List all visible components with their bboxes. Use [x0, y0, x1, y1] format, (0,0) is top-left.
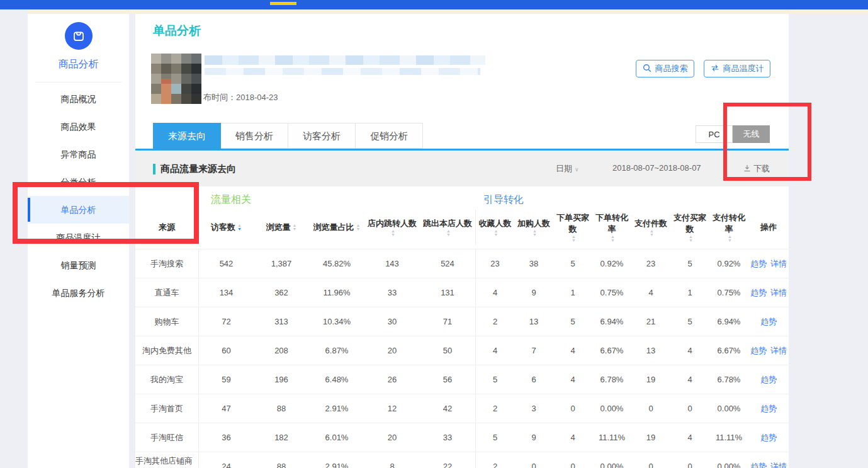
sidebar-item-6[interactable]: 销量预测 — [28, 251, 129, 279]
row-value: 71 — [420, 307, 475, 336]
column-header-5[interactable]: 收藏人数▲▼ — [475, 210, 514, 245]
action-link-1[interactable]: 详情 — [770, 461, 787, 468]
row-value: 0 — [631, 452, 670, 468]
sort-arrows-icon[interactable]: ▲▼ — [494, 229, 499, 237]
column-header-2[interactable]: 浏览量占比▲▼ — [309, 210, 364, 245]
action-link-0[interactable]: 趋势 — [750, 287, 767, 299]
tab-1[interactable]: 销售分析 — [221, 123, 288, 149]
sort-arrows-icon[interactable]: ▲▼ — [293, 224, 297, 231]
sort-arrows-icon[interactable]: ▲▼ — [728, 235, 732, 243]
row-value: 2 — [475, 307, 514, 336]
row-value: 42 — [420, 394, 475, 423]
row-actions: 趋势详情 — [748, 336, 789, 365]
toggle-pc[interactable]: PC — [696, 125, 733, 143]
row-value: 182 — [254, 423, 309, 452]
product-thermometer-button[interactable]: 商品温度计 — [704, 60, 770, 77]
row-value: 36 — [198, 423, 254, 452]
action-link-1[interactable]: 详情 — [770, 345, 787, 357]
row-value: 10.34% — [309, 307, 364, 336]
sort-arrows-icon[interactable]: ▲▼ — [391, 229, 395, 237]
date-range-value[interactable]: 2018-08-07~2018-08-07 — [612, 163, 701, 173]
row-value: 6.01% — [309, 423, 364, 452]
top-navigation-bar — [0, 0, 868, 9]
sidebar-item-2[interactable]: 异常商品 — [28, 140, 129, 168]
sidebar-menu: 商品概况商品效果异常商品分类分析单品分析商品温度计销量预测单品服务分析 — [28, 85, 129, 307]
row-value: 59 — [198, 365, 254, 394]
download-label: 下载 — [753, 163, 770, 174]
column-header-11[interactable]: 支付转化率▲▼ — [709, 210, 748, 245]
action-link-0[interactable]: 趋势 — [750, 461, 767, 468]
column-header-3[interactable]: 店内跳转人数▲▼ — [364, 210, 420, 245]
column-label: 浏览量 — [266, 222, 291, 233]
column-header-8[interactable]: 下单转化率▲▼ — [592, 210, 631, 245]
sort-arrows-icon[interactable]: ▲▼ — [533, 229, 537, 237]
date-dropdown[interactable]: 日期∨ — [556, 163, 579, 174]
row-value: 4 — [553, 423, 592, 452]
action-link-0[interactable]: 趋势 — [750, 345, 767, 357]
row-value: 13 — [631, 336, 670, 365]
tab-2[interactable]: 访客分析 — [288, 123, 356, 149]
row-value: 0 — [670, 452, 709, 468]
table-row: 手淘搜索5421,38745.82%143524233850.92%2350.9… — [135, 249, 789, 278]
row-value: 6.78% — [592, 365, 631, 394]
sidebar-item-3[interactable]: 分类分析 — [28, 168, 129, 196]
column-header-10[interactable]: 支付买家数▲▼ — [670, 210, 709, 245]
sidebar-item-5[interactable]: 商品温度计 — [28, 224, 129, 251]
product-search-button[interactable]: 商品搜索 — [636, 60, 694, 77]
column-header-4[interactable]: 跳出本店人数▲▼ — [420, 210, 475, 245]
sort-arrows-icon[interactable]: ▲▼ — [611, 235, 615, 243]
row-actions: 趋势 — [748, 365, 789, 394]
row-value: 6.67% — [592, 336, 631, 365]
sort-arrows-icon[interactable]: ▲▼ — [650, 229, 654, 237]
action-link-0[interactable]: 趋势 — [760, 432, 777, 443]
row-source: 我的淘宝 — [135, 365, 198, 394]
sidebar-item-7[interactable]: 单品服务分析 — [28, 279, 129, 307]
row-value: 313 — [254, 307, 309, 336]
row-value: 5 — [670, 249, 709, 278]
action-link-0[interactable]: 趋势 — [760, 316, 777, 328]
download-icon — [743, 164, 751, 174]
column-header-9[interactable]: 支付件数▲▼ — [631, 210, 670, 245]
main-content: 单品分析 布时间：2018-04-23 商品搜索 商品温度计 来源去向销售分析访… — [135, 14, 789, 468]
row-value: 88 — [254, 452, 309, 468]
row-value: 2.91% — [309, 452, 364, 468]
row-value: 9 — [514, 423, 553, 452]
download-button[interactable]: 下载 — [743, 163, 770, 174]
column-header-7[interactable]: 下单买家数▲▼ — [553, 210, 592, 245]
row-value: 19 — [631, 365, 670, 394]
search-icon — [643, 64, 651, 74]
row-value: 50 — [420, 336, 475, 365]
sort-arrows-icon[interactable]: ▲▼ — [572, 235, 576, 243]
sidebar-item-4[interactable]: 单品分析 — [28, 196, 129, 224]
action-link-1[interactable]: 详情 — [770, 258, 787, 270]
column-header-1[interactable]: 浏览量▲▼ — [254, 210, 309, 245]
action-link-1[interactable]: 详情 — [770, 287, 787, 299]
row-value: 11.96% — [309, 278, 364, 307]
tab-0[interactable]: 来源去向 — [153, 123, 221, 149]
row-value: 2 — [475, 452, 514, 468]
row-value: 5 — [553, 249, 592, 278]
row-actions: 趋势详情 — [748, 452, 789, 468]
row-value: 38 — [514, 249, 553, 278]
row-value: 1 — [670, 278, 709, 307]
sort-arrows-icon[interactable]: ▲▼ — [689, 235, 693, 243]
row-value: 208 — [254, 336, 309, 365]
tab-3[interactable]: 促销分析 — [356, 123, 423, 149]
sort-arrows-icon[interactable]: ▲▼ — [356, 224, 361, 231]
toggle-wireless[interactable]: 无线 — [733, 125, 770, 143]
action-link-0[interactable]: 趋势 — [750, 258, 767, 270]
sidebar-item-1[interactable]: 商品效果 — [28, 113, 129, 140]
pc-wireless-toggle: PC 无线 — [696, 125, 770, 143]
product-analysis-bag-icon — [65, 22, 93, 50]
notice-strip — [28, 9, 868, 13]
sort-arrows-icon[interactable]: ▲▼ — [237, 224, 242, 231]
column-header-0[interactable]: 访客数▲▼ — [198, 210, 254, 245]
sidebar-item-0[interactable]: 商品概况 — [28, 85, 129, 113]
action-link-0[interactable]: 趋势 — [760, 403, 777, 414]
product-title-blurred — [205, 55, 485, 65]
action-link-0[interactable]: 趋势 — [760, 374, 777, 385]
sort-arrows-icon[interactable]: ▲▼ — [446, 229, 451, 237]
row-value: 0 — [553, 394, 592, 423]
column-header-6[interactable]: 加购人数▲▼ — [514, 210, 553, 245]
row-value: 542 — [198, 249, 254, 278]
